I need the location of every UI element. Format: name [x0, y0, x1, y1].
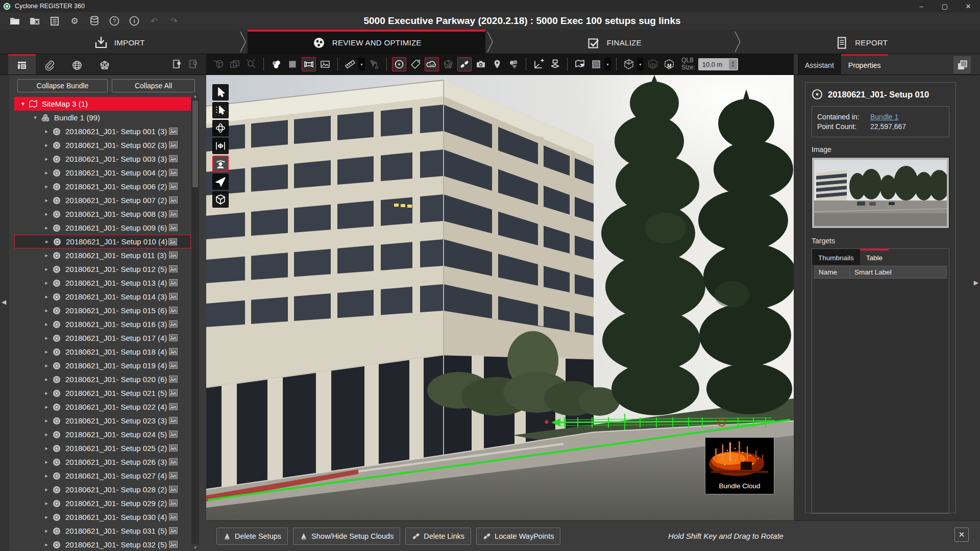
expander-arrow-icon[interactable]: ▾ [19, 101, 27, 107]
tree-row-setup[interactable]: ▸20180621_J01- Setup 030 (4) [14, 510, 191, 524]
waypoint-button[interactable] [490, 57, 504, 71]
bundle-cloud-thumbnail[interactable]: Bundle Cloud [705, 437, 774, 494]
tree-row-setup[interactable]: ▸20180621_J01- Setup 023 (3) [14, 414, 191, 428]
settings-button[interactable]: ⚙ [67, 14, 82, 28]
viewport[interactable]: Bundle Cloud [206, 75, 794, 520]
contained-in-link[interactable]: Bundle 1 [870, 113, 898, 121]
panel-layout-button[interactable] [953, 56, 971, 73]
target-button[interactable] [392, 57, 406, 71]
tree-row-setup[interactable]: ▸20180621_J01- Setup 029 (2) [14, 496, 191, 510]
targets-tab-thumbnails[interactable]: Thumbnails [812, 249, 860, 265]
tree-row-setup[interactable]: ▸20180621_J01- Setup 027 (4) [14, 469, 191, 483]
column-header-smart-label[interactable]: Smart Label [850, 268, 892, 276]
camera-button[interactable] [474, 57, 488, 71]
image-view-button[interactable] [318, 57, 332, 71]
panorama-view-button[interactable] [302, 57, 316, 71]
sidebar-tab-project-tree[interactable] [8, 54, 36, 74]
orbit-tool-button[interactable] [212, 120, 229, 136]
scroll-up-arrow[interactable]: ▲ [191, 92, 199, 99]
expander-arrow-icon[interactable]: ▸ [43, 390, 50, 396]
zoom-region-button[interactable] [244, 57, 258, 71]
selection-box-button[interactable] [589, 57, 603, 71]
add-axis-button[interactable] [531, 57, 546, 71]
tab-properties[interactable]: Properties [841, 54, 888, 74]
scan-plane-button[interactable] [548, 57, 562, 71]
tree-row-setup[interactable]: ▸20180621_J01- Setup 020 (6) [14, 372, 191, 386]
tree-row-setup[interactable]: ▸20180621_J01- Setup 025 (2) [14, 441, 191, 455]
tree-row-setup[interactable]: ▸20180621_J01- Setup 016 (3) [14, 317, 191, 331]
expander-arrow-icon[interactable]: ▸ [43, 514, 50, 520]
map-filter-button[interactable] [573, 57, 587, 71]
cube-visibility-button[interactable] [646, 57, 660, 71]
scrollbar-thumb[interactable] [192, 101, 198, 187]
show-hide-setup-clouds-button[interactable]: Show/Hide Setup Clouds [293, 528, 400, 545]
tree-row-setup[interactable]: ▸20180621_J01- Setup 018 (4) [14, 345, 191, 359]
collapse-sidebar-handle[interactable]: ◀ [2, 298, 6, 306]
tab-review-and-optimize[interactable]: REVIEW AND OPTIMIZE [248, 30, 486, 54]
tree-row-setup[interactable]: ▸20180621_J01- Setup 009 (6) [14, 221, 191, 235]
expander-arrow-icon[interactable]: ▸ [43, 376, 50, 383]
cloud-button[interactable] [425, 57, 439, 71]
sidebar-tab-network[interactable] [91, 54, 118, 74]
sidebar-tab-attachments[interactable] [36, 54, 63, 74]
expander-arrow-icon[interactable]: ▸ [43, 335, 50, 341]
tree-row-setup[interactable]: ▸20180621_J01- Setup 008 (3) [14, 207, 191, 221]
tag-button[interactable] [408, 57, 423, 71]
pan-constrained-tool-button[interactable] [212, 138, 229, 154]
qlb-size-input[interactable]: 10.0 m ▲▼ [698, 58, 738, 70]
expander-arrow-icon[interactable]: ▸ [43, 142, 50, 148]
collapse-panel-handle[interactable]: ▶ [974, 279, 978, 286]
tree-row-setup[interactable]: ▸20180621_J01- Setup 031 (5) [14, 524, 191, 538]
measure-button[interactable] [343, 57, 357, 71]
tree-row-bundle[interactable]: ▾Bundle 1 (99) [14, 111, 191, 124]
station-view-tool-button[interactable] [212, 156, 229, 172]
expander-arrow-icon[interactable]: ▸ [43, 156, 50, 162]
collapse-all-button[interactable]: Collapse All [112, 79, 195, 92]
multi-select-tool-button[interactable] [212, 102, 229, 118]
expander-arrow-icon[interactable]: ▸ [43, 280, 50, 286]
tree-row-setup[interactable]: ▸20180621_J01- Setup 012 (5) [14, 262, 191, 276]
expander-arrow-icon[interactable]: ▸ [43, 183, 50, 190]
expander-arrow-icon[interactable]: ▸ [43, 500, 50, 507]
expander-arrow-icon[interactable]: ▸ [43, 459, 50, 465]
tree-row-setup[interactable]: ▸20180621_J01- Setup 010 (4) [14, 235, 191, 248]
sidebar-tab-web[interactable] [63, 54, 91, 74]
delete-setups-button[interactable]: Delete Setups [216, 528, 288, 545]
collapse-bundle-button[interactable]: Collapse Bundle [17, 79, 108, 92]
qlb-size-spinner[interactable]: ▲▼ [729, 59, 737, 69]
expander-arrow-icon[interactable]: ▸ [43, 348, 50, 355]
measure-dropdown[interactable]: ▼ [358, 58, 365, 71]
tree-row-setup[interactable]: ▸20180621_J01- Setup 017 (4) [14, 331, 191, 345]
tab-finalize[interactable]: FINALIZE [495, 30, 733, 54]
view-cube-tool-button[interactable] [212, 191, 229, 208]
expander-arrow-icon[interactable]: ▸ [43, 307, 50, 314]
expander-arrow-icon[interactable]: ▸ [43, 266, 50, 272]
tree-row-setup[interactable]: ▸20180621_J01- Setup 032 (5) [14, 538, 191, 551]
cloud-view-button[interactable] [269, 57, 283, 71]
expander-arrow-icon[interactable]: ▸ [43, 211, 50, 217]
solid-view-button[interactable] [285, 57, 300, 71]
tab-import[interactable]: IMPORT [0, 30, 238, 54]
cube-view-dropdown[interactable]: ▼ [637, 58, 644, 71]
database-button[interactable] [87, 14, 102, 28]
expander-arrow-icon[interactable]: ▸ [43, 224, 50, 231]
expander-arrow-icon[interactable]: ▸ [43, 417, 50, 424]
expander-arrow-icon[interactable]: ▸ [43, 169, 50, 176]
expander-arrow-icon[interactable]: ▸ [43, 321, 50, 328]
expander-arrow-icon[interactable]: ▸ [43, 252, 50, 259]
scroll-down-arrow[interactable]: ▼ [191, 544, 199, 551]
minimize-button[interactable]: – [910, 0, 933, 12]
column-header-name[interactable]: Name [815, 266, 850, 278]
tab-report[interactable]: REPORT [742, 30, 980, 54]
close-button[interactable]: ✕ [957, 0, 980, 12]
expander-arrow-icon[interactable]: ▸ [43, 528, 50, 534]
tree-row-setup[interactable]: ▸20180621_J01- Setup 015 (6) [14, 304, 191, 317]
info-button[interactable]: i [127, 14, 142, 28]
mesh-button[interactable] [441, 57, 455, 71]
tree-row-setup[interactable]: ▸20180621_J01- Setup 019 (4) [14, 359, 191, 372]
selection-box-dropdown[interactable]: ▼ [604, 58, 611, 71]
expander-arrow-icon[interactable]: ▸ [43, 445, 50, 452]
help-button[interactable]: ? [107, 14, 122, 28]
pick-point-button[interactable] [367, 57, 381, 71]
expander-arrow-icon[interactable]: ▸ [43, 486, 50, 493]
